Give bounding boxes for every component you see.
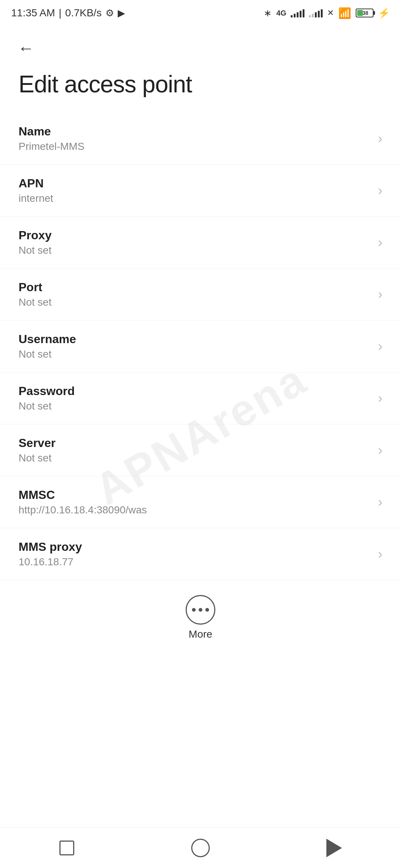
more-dots-icon bbox=[192, 608, 209, 612]
more-circle bbox=[186, 595, 215, 625]
settings-item-name[interactable]: Name Primetel-MMS › bbox=[0, 113, 401, 165]
wifi-icon: 📶 bbox=[338, 7, 351, 19]
item-value-apn: internet bbox=[19, 193, 371, 204]
nav-bar bbox=[0, 827, 401, 868]
item-value-name: Primetel-MMS bbox=[19, 141, 371, 152]
bar3 bbox=[297, 12, 299, 17]
item-text-mmsc: MMSC http://10.16.18.4:38090/was bbox=[19, 488, 371, 516]
settings-item-port[interactable]: Port Not set › bbox=[0, 269, 401, 320]
bar1 bbox=[291, 15, 293, 17]
item-text-name: Name Primetel-MMS bbox=[19, 125, 371, 152]
back-bar: ← bbox=[0, 26, 401, 67]
item-label-password: Password bbox=[19, 384, 371, 398]
bar2 bbox=[312, 14, 314, 17]
bluetooth-icon: ∗ bbox=[264, 7, 272, 19]
charging-icon: ⚡ bbox=[378, 7, 390, 19]
item-text-proxy: Proxy Not set bbox=[19, 228, 371, 256]
dot3 bbox=[205, 608, 209, 612]
settings-list: Name Primetel-MMS › APN internet › Proxy… bbox=[0, 113, 401, 580]
page-title: Edit access point bbox=[0, 67, 401, 113]
settings-item-password[interactable]: Password Not set › bbox=[0, 372, 401, 424]
settings-item-mmsc[interactable]: MMSC http://10.16.18.4:38090/was › bbox=[0, 476, 401, 528]
item-value-proxy: Not set bbox=[19, 244, 371, 256]
bar5 bbox=[321, 9, 323, 17]
bar4 bbox=[318, 11, 320, 17]
item-label-proxy: Proxy bbox=[19, 228, 371, 242]
item-value-mmsc: http://10.16.18.4:38090/was bbox=[19, 504, 371, 516]
chevron-icon-password: › bbox=[378, 391, 382, 406]
bar5 bbox=[303, 9, 304, 17]
more-button[interactable]: More bbox=[186, 595, 215, 640]
status-bar: 11:35 AM | 0.7KB/s ⚙ ▶ ∗ 4G ✕ 📶 38 ⚡ bbox=[0, 0, 401, 26]
item-text-password: Password Not set bbox=[19, 384, 371, 412]
time-text: 11:35 AM bbox=[11, 7, 55, 19]
chevron-icon-mmsc: › bbox=[378, 494, 382, 510]
signal-bars-2 bbox=[309, 9, 323, 17]
signal-bars-1 bbox=[291, 9, 304, 17]
dot2 bbox=[199, 608, 202, 612]
chevron-icon-server: › bbox=[378, 443, 382, 458]
nav-back-button[interactable] bbox=[319, 833, 349, 863]
more-section: More bbox=[0, 580, 401, 651]
item-text-username: Username Not set bbox=[19, 332, 371, 360]
item-value-server: Not set bbox=[19, 452, 371, 464]
chevron-icon-mms-proxy: › bbox=[378, 546, 382, 562]
signal-x-icon: ✕ bbox=[327, 8, 334, 18]
more-label: More bbox=[189, 628, 212, 640]
item-label-mms-proxy: MMS proxy bbox=[19, 540, 371, 554]
status-left: 11:35 AM | 0.7KB/s ⚙ ▶ bbox=[11, 7, 125, 19]
battery-tip bbox=[374, 11, 375, 15]
back-arrow-icon: ← bbox=[18, 40, 34, 56]
separator: | bbox=[59, 7, 61, 19]
bar2 bbox=[294, 14, 296, 17]
settings-icon: ⚙ bbox=[105, 7, 114, 19]
status-right: ∗ 4G ✕ 📶 38 ⚡ bbox=[264, 7, 390, 19]
item-text-apn: APN internet bbox=[19, 177, 371, 204]
settings-item-username[interactable]: Username Not set › bbox=[0, 320, 401, 372]
item-value-mms-proxy: 10.16.18.77 bbox=[19, 556, 371, 568]
settings-item-apn[interactable]: APN internet › bbox=[0, 165, 401, 217]
recents-icon bbox=[59, 841, 74, 855]
item-label-username: Username bbox=[19, 332, 371, 346]
bar1 bbox=[309, 15, 311, 17]
home-icon bbox=[191, 839, 210, 857]
item-text-port: Port Not set bbox=[19, 280, 371, 308]
chevron-icon-apn: › bbox=[378, 183, 382, 198]
nav-recents-button[interactable] bbox=[52, 833, 82, 863]
item-label-server: Server bbox=[19, 436, 371, 450]
bar4 bbox=[300, 11, 301, 17]
item-value-username: Not set bbox=[19, 348, 371, 360]
back-button[interactable]: ← bbox=[15, 37, 37, 59]
network-type-icon: 4G bbox=[276, 9, 286, 17]
dot1 bbox=[192, 608, 196, 612]
settings-item-proxy[interactable]: Proxy Not set › bbox=[0, 217, 401, 269]
settings-item-server[interactable]: Server Not set › bbox=[0, 424, 401, 476]
item-text-server: Server Not set bbox=[19, 436, 371, 464]
battery-indicator: 38 bbox=[356, 9, 374, 17]
item-value-password: Not set bbox=[19, 400, 371, 412]
item-label-name: Name bbox=[19, 125, 371, 138]
data-speed: 0.7KB/s bbox=[65, 7, 102, 19]
back-nav-icon bbox=[326, 839, 342, 857]
chevron-icon-name: › bbox=[378, 131, 382, 147]
chevron-icon-proxy: › bbox=[378, 235, 382, 250]
bar3 bbox=[315, 12, 317, 17]
chevron-icon-username: › bbox=[378, 339, 382, 354]
item-label-port: Port bbox=[19, 280, 371, 294]
item-label-mmsc: MMSC bbox=[19, 488, 371, 502]
settings-item-mms-proxy[interactable]: MMS proxy 10.16.18.77 › bbox=[0, 528, 401, 580]
video-icon: ▶ bbox=[118, 7, 125, 19]
chevron-icon-port: › bbox=[378, 287, 382, 302]
battery-text: 38 bbox=[357, 10, 374, 16]
item-value-port: Not set bbox=[19, 296, 371, 308]
item-text-mms-proxy: MMS proxy 10.16.18.77 bbox=[19, 540, 371, 568]
nav-home-button[interactable] bbox=[186, 833, 215, 863]
item-label-apn: APN bbox=[19, 177, 371, 190]
